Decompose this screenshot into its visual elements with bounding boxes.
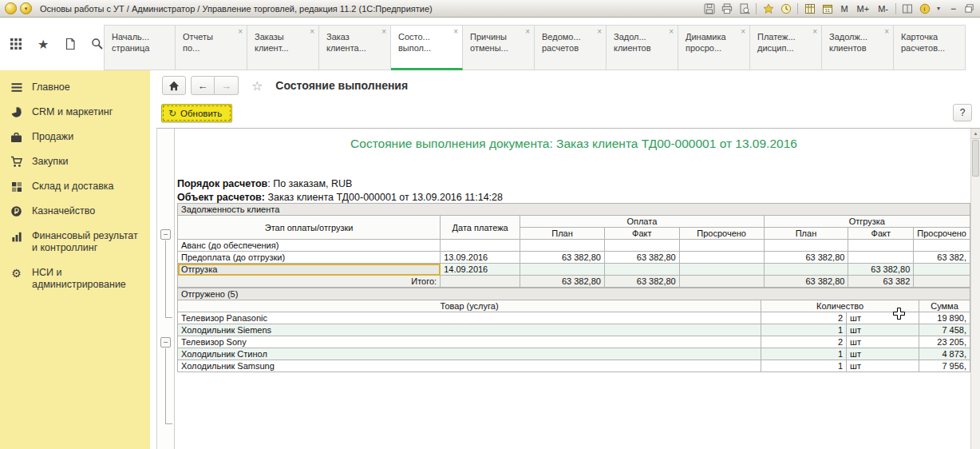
help-button[interactable]: ?	[953, 104, 972, 121]
column-header: Просрочено	[679, 228, 764, 240]
save-icon[interactable]	[703, 2, 715, 14]
m-minus-button[interactable]: M-	[876, 4, 890, 14]
home-button[interactable]	[162, 76, 186, 95]
table-row[interactable]: Предоплата (до отгрузки) 13.09.2016 63 3…	[178, 252, 970, 264]
overdue-amount[interactable]: 63 382,	[914, 252, 970, 264]
table-band-title: Задолженность клиента	[178, 204, 970, 216]
favorites-star-icon[interactable]: ★	[37, 37, 50, 51]
tab-reports[interactable]: ×Отчетыпо...	[176, 25, 247, 70]
tab-start-page[interactable]: Началь...страница	[104, 25, 176, 70]
table-total-row[interactable]: Итого: 63 382,80 63 382,80 63 382,80 63 …	[178, 276, 970, 288]
history-icon[interactable]	[780, 2, 792, 14]
favorite-star-icon[interactable]: ☆	[251, 78, 263, 93]
table-row[interactable]: Телевизор Sony 2 шт 23 205,	[178, 336, 970, 348]
quick-toolbar: ★	[0, 18, 104, 70]
m-plus-button[interactable]: M+	[856, 4, 871, 14]
calculator-icon[interactable]	[804, 2, 816, 14]
sidebar-item-master-data-admin[interactable]: ⚙ НСИ и администрирование	[0, 260, 150, 297]
print-preview-icon[interactable]	[738, 2, 750, 14]
tab-settlement-card[interactable]: Карточкарасчетов...	[894, 25, 966, 70]
page-title: Состояние выполнения	[275, 79, 408, 92]
menu-bars-icon	[10, 81, 23, 93]
table-row[interactable]: Телевизор Panasonic 2 шт 19 890,	[178, 312, 970, 324]
report-sheet: Состояние выполнения документа: Заказ кл…	[176, 129, 970, 449]
tab-customer-order[interactable]: ×Заказклиента...	[319, 25, 391, 70]
calendar-icon[interactable]: 31	[821, 2, 833, 14]
column-group-header: Оплата	[520, 216, 764, 228]
column-header: Товар (услуга)	[178, 300, 761, 312]
table-row[interactable]: Холодильник Стинол 1 шт 4 873,	[178, 348, 970, 360]
close-icon[interactable]: ×	[884, 28, 889, 36]
history-scroll-icon[interactable]	[64, 37, 77, 51]
scrollbar-thumb[interactable]	[972, 140, 979, 177]
refresh-icon: ↻	[168, 108, 176, 119]
quick-access-button[interactable]: ▾	[20, 2, 32, 14]
collapse-group-button[interactable]: –	[160, 229, 171, 240]
sidebar-item-purchases[interactable]: Закупки	[0, 149, 150, 174]
split-window-icon[interactable]	[902, 2, 914, 14]
tab-client-debt[interactable]: ×Задол...клиентов	[607, 25, 678, 70]
tab-client-debt-2[interactable]: ×Задолж...клиентов	[822, 25, 894, 70]
column-header: План	[520, 228, 605, 240]
briefcase-icon	[10, 131, 23, 143]
info-icon[interactable]: i	[919, 2, 931, 14]
tab-customer-orders[interactable]: ×Заказыклиент...	[247, 25, 319, 70]
sidebar-item-main[interactable]: Главное	[0, 75, 150, 100]
sidebar-item-financial-result[interactable]: Финансовый результат и контроллинг	[0, 224, 150, 260]
collapse-group-button[interactable]: –	[160, 337, 171, 348]
grouping-gutter: – –	[157, 129, 175, 449]
favorites-icon[interactable]	[762, 2, 774, 14]
close-icon[interactable]: ×	[381, 28, 386, 36]
table-row[interactable]: Холодильник Samsung 1 шт 7 956,	[178, 360, 970, 372]
tab-cancel-reasons[interactable]: ×Причиныотмены...	[463, 25, 535, 70]
forward-button[interactable]: →	[215, 76, 239, 95]
system-menu-button[interactable]	[5, 2, 17, 14]
group-line	[165, 317, 172, 318]
form-toolbar: ↻ Обновить ?	[150, 101, 980, 128]
close-icon[interactable]: ×	[310, 28, 314, 36]
tab-execution-status[interactable]: ×Состо...выпол...	[391, 25, 463, 70]
close-icon[interactable]: ×	[453, 28, 458, 36]
table-row[interactable]: Аванс (до обеспечения)	[178, 240, 970, 252]
selected-cell[interactable]: Отгрузка	[178, 264, 441, 276]
main-content: ← → ☆ Состояние выполнения ↻ Обновить ? …	[150, 70, 980, 449]
sidebar-item-warehouse[interactable]: Склад и доставка	[0, 174, 150, 199]
apps-grid-icon[interactable]	[10, 37, 23, 51]
restore-window-button[interactable]	[963, 2, 975, 14]
table-row[interactable]: Холодильник Siemens 1 шт 7 458,	[178, 324, 970, 336]
vertical-scrollbar[interactable]: ▲	[970, 129, 980, 449]
close-icon[interactable]: ×	[597, 28, 602, 36]
column-header: Факт	[604, 228, 679, 240]
sidebar-item-sales[interactable]: Продажи	[0, 125, 150, 149]
group-line	[165, 348, 166, 423]
client-debt-table: Задолженность клиента Этап оплаты/отгруз…	[177, 203, 970, 288]
column-header: План	[764, 228, 848, 240]
close-icon[interactable]: ×	[525, 28, 530, 36]
column-header: Дата платежа	[441, 216, 520, 240]
refresh-button[interactable]: ↻ Обновить	[161, 104, 232, 122]
window-title: Основы работы с УТ / Администратор / Упр…	[40, 4, 433, 14]
minimize-button[interactable]: −	[950, 5, 956, 13]
back-button[interactable]: ←	[191, 76, 215, 95]
sidebar-item-treasury[interactable]: Казначейство	[0, 199, 150, 224]
separator	[895, 3, 896, 14]
m-button[interactable]: M	[839, 4, 849, 14]
close-icon[interactable]: ×	[812, 28, 817, 36]
search-icon[interactable]	[90, 37, 104, 51]
payment-order-line: Порядок расчетов: По заказам, RUB	[177, 178, 970, 189]
tab-settlement-sheet[interactable]: ×Ведомо...расчетов	[535, 25, 607, 70]
print-icon[interactable]	[721, 2, 733, 14]
settlement-object-line: Объект расчетов: Заказ клиента ТД00-0000…	[177, 192, 970, 203]
warehouse-grid-icon	[10, 181, 23, 193]
scroll-up-arrow[interactable]: ▲	[971, 129, 980, 139]
close-icon[interactable]: ×	[238, 28, 243, 36]
table-row-selected[interactable]: Отгрузка 14.09.2016 63 382,80	[178, 264, 970, 276]
sidebar-item-crm-marketing[interactable]: CRM и маркетинг	[0, 100, 150, 125]
group-line	[165, 240, 166, 317]
tab-payment-discipline[interactable]: ×Платеж...дисцип...	[750, 25, 822, 70]
caret-down-icon[interactable]: ▾	[937, 5, 940, 12]
close-icon[interactable]: ×	[741, 28, 745, 36]
tab-overdue-dynamics[interactable]: ×Динамикапросро...	[678, 25, 750, 70]
close-icon[interactable]: ×	[669, 28, 674, 36]
caret-down-icon: ▾	[25, 6, 28, 12]
